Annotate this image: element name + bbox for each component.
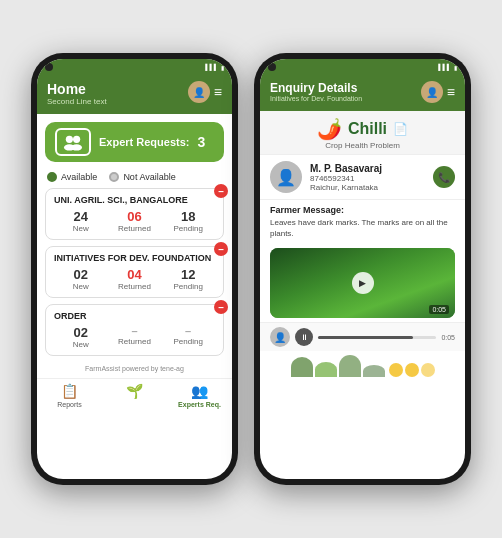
- stat-label-returned-2: Returned: [108, 282, 162, 291]
- battery-icon: ▮: [221, 64, 224, 71]
- stat-label-new-3: New: [54, 340, 108, 349]
- video-thumbnail[interactable]: 0:05 ▶: [270, 248, 455, 318]
- right-screen: ▌▌▌ ▮ Enquiry Details Initiatives for De…: [260, 59, 465, 479]
- bottom-nav: 📋 Reports 🌱 👥 Experts Req.: [37, 378, 232, 411]
- left-phone: ▌▌▌ ▮ Home Second Line text 👤 ≡: [31, 53, 238, 485]
- not-available-dot: [109, 172, 119, 182]
- star-1: [389, 363, 403, 377]
- stat-new-1: 24 New: [54, 209, 108, 233]
- wave-4: [363, 365, 385, 377]
- message-label: Farmer Message:: [270, 205, 455, 215]
- call-button[interactable]: 📞: [433, 166, 455, 188]
- stat-returned-1: 06 Returned: [108, 209, 162, 233]
- star-3: [421, 363, 435, 377]
- message-text: Leaves have dark marks. The marks are on…: [270, 217, 455, 239]
- expert-label: Expert Requests:: [99, 136, 189, 148]
- stat-new-3: 02 New: [54, 325, 108, 349]
- signal-icon: ▌▌▌: [205, 64, 218, 70]
- right-avatar: 👤: [421, 81, 443, 103]
- svg-point-1: [73, 136, 80, 143]
- nav-experts-label: Experts Req.: [178, 401, 221, 408]
- stat-num-new-3: 02: [54, 325, 108, 340]
- stat-returned-2: 04 Returned: [108, 267, 162, 291]
- available-dot: [47, 172, 57, 182]
- nav-leaf[interactable]: 🌱: [102, 383, 167, 408]
- status-icons: ▌▌▌ ▮: [205, 64, 224, 71]
- stats-row-2: 02 New 04 Returned 12 Pending: [54, 267, 215, 291]
- svg-point-3: [71, 144, 82, 150]
- left-screen: ▌▌▌ ▮ Home Second Line text 👤 ≡: [37, 59, 232, 479]
- farmer-avatar: 👤: [270, 161, 302, 193]
- not-available-label: Not Available: [123, 172, 175, 182]
- expert-count: 3: [197, 134, 205, 150]
- left-header: Home Second Line text 👤 ≡: [37, 75, 232, 114]
- wave-3: [339, 355, 361, 377]
- farmer-phone-num: 8746592341: [310, 174, 425, 183]
- header-text: Home Second Line text: [47, 81, 107, 106]
- header-right: 👤 ≡: [188, 81, 222, 103]
- message-section: Farmer Message: Leaves have dark marks. …: [260, 200, 465, 244]
- expert-icon-box: [55, 128, 91, 156]
- powered-by: FarmAssist powered by tene-ag: [37, 362, 232, 374]
- avatar: 👤: [188, 81, 210, 103]
- stat-pending-3: – Pending: [161, 325, 215, 349]
- crop-section: 🌶️ Chilli 📄 Crop Health Problem: [260, 111, 465, 155]
- stat-num-new-1: 24: [54, 209, 108, 224]
- svg-point-0: [66, 136, 73, 143]
- status-bar-right: ▌▌▌ ▮: [260, 59, 465, 75]
- farmer-card: 👤 M. P. Basavaraj 8746592341 Raichur, Ka…: [260, 155, 465, 200]
- crop-name: Chilli: [348, 120, 387, 138]
- farmer-location: Raichur, Karnataka: [310, 183, 425, 192]
- right-menu-icon[interactable]: ≡: [447, 84, 455, 100]
- available-label: Available: [61, 172, 97, 182]
- card-title-3: ORDER: [54, 311, 215, 321]
- stats-row-1: 24 New 06 Returned 18 Pending: [54, 209, 215, 233]
- menu-icon[interactable]: ≡: [214, 84, 222, 100]
- home-title: Home: [47, 81, 107, 97]
- chilli-icon: 🌶️: [317, 117, 342, 141]
- stat-label-new-2: New: [54, 282, 108, 291]
- stat-label-pending-1: Pending: [161, 224, 215, 233]
- reports-icon: 📋: [61, 383, 78, 399]
- document-icon: 📄: [393, 122, 408, 136]
- stat-label-returned-3: Returned: [108, 337, 162, 346]
- battery-icon-right: ▮: [454, 64, 457, 71]
- leaf-icon: 🌱: [126, 383, 143, 399]
- audio-progress-bar[interactable]: [318, 336, 436, 339]
- camera-dot: [45, 63, 53, 71]
- stat-pending-2: 12 Pending: [161, 267, 215, 291]
- not-available-item[interactable]: Not Available: [109, 172, 175, 182]
- camera-dot-right: [268, 63, 276, 71]
- signal-icon-right: ▌▌▌: [438, 64, 451, 70]
- card-order: – ORDER 02 New – Returned – Pending: [45, 304, 224, 356]
- audio-player: 👤 ⏸ 0:05: [260, 322, 465, 351]
- status-icons-right: ▌▌▌ ▮: [438, 64, 457, 71]
- pause-button[interactable]: ⏸: [295, 328, 313, 346]
- stat-num-new-2: 02: [54, 267, 108, 282]
- star-2: [405, 363, 419, 377]
- nav-reports[interactable]: 📋 Reports: [37, 383, 102, 408]
- stat-num-returned-1: 06: [108, 209, 162, 224]
- card-uni: – UNI. AGRIL. SCI., BANGALORE 24 New 06 …: [45, 188, 224, 240]
- play-button[interactable]: ▶: [352, 272, 374, 294]
- right-header: Enquiry Details Initiatives for Dev. Fou…: [260, 75, 465, 111]
- wave-2: [315, 362, 337, 377]
- card-remove-btn-2[interactable]: –: [214, 242, 228, 256]
- expert-banner: Expert Requests: 3: [45, 122, 224, 162]
- card-remove-btn-1[interactable]: –: [214, 184, 228, 198]
- stat-label-pending-2: Pending: [161, 282, 215, 291]
- stat-label-new-1: New: [54, 224, 108, 233]
- video-duration: 0:05: [429, 305, 449, 314]
- nav-experts[interactable]: 👥 Experts Req.: [167, 383, 232, 408]
- audio-avatar: 👤: [270, 327, 290, 347]
- expert-group-icon: [62, 133, 84, 151]
- home-subtitle: Second Line text: [47, 97, 107, 106]
- available-item[interactable]: Available: [47, 172, 97, 182]
- farmer-info: M. P. Basavaraj 8746592341 Raichur, Karn…: [310, 163, 425, 192]
- nav-reports-label: Reports: [57, 401, 82, 408]
- stat-num-pending-2: 12: [161, 267, 215, 282]
- audio-time: 0:05: [441, 334, 455, 341]
- card-initiatives: – INITIATIVES FOR DEV. FOUNDATION 02 New…: [45, 246, 224, 298]
- card-remove-btn-3[interactable]: –: [214, 300, 228, 314]
- stat-new-2: 02 New: [54, 267, 108, 291]
